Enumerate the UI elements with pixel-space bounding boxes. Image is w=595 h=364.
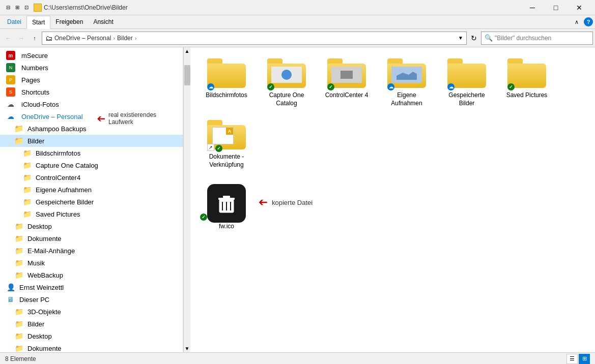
sidebar-item-user[interactable]: 👤 Ernst Weinzettl <box>0 281 183 293</box>
svg-rect-2 <box>223 196 230 198</box>
window-icons: ⊟ ⊞ ⊡ <box>4 4 31 12</box>
folder-icon-bildschirmfotos: 📁 <box>22 148 32 158</box>
up-button[interactable]: ↑ <box>29 32 41 44</box>
breadcrumb-onedrive[interactable]: OneDrive – Personal <box>54 35 111 42</box>
content-area: ☁ Bildschirmfotos ✓ <box>190 47 595 352</box>
titlebar-icon2: ⊞ <box>13 4 21 12</box>
file-item-fwico[interactable]: ✓ fw.ico <box>199 180 254 233</box>
breadcrumb-bilder[interactable]: Bilder <box>117 35 133 42</box>
sidebar-item-shortcuts[interactable]: S Shortcuts <box>0 86 183 98</box>
maximize-button[interactable]: □ <box>544 0 568 15</box>
folder-grid: ☁ Bildschirmfotos ✓ <box>199 53 587 172</box>
folder-icon-dokumente: 📁 <box>14 234 23 243</box>
sidebar-item-savedpictures[interactable]: 📁 Saved Pictures <box>0 208 183 220</box>
folder-item-bildschirmfotos[interactable]: ☁ Bildschirmfotos <box>199 53 254 103</box>
scroll-thumb[interactable] <box>184 65 190 85</box>
sidebar-label-eigene: Eigene Aufnahmen <box>36 186 92 194</box>
search-box[interactable]: 🔍 <box>481 32 593 45</box>
sidebar-label-dokumente2: Dokumente <box>27 345 61 352</box>
forward-button[interactable]: → <box>15 32 27 44</box>
sidebar-item-pc[interactable]: 🖥 Dieser PC <box>0 293 183 306</box>
minimize-button[interactable]: ─ <box>521 0 544 15</box>
scroll-down-btn[interactable]: ▼ <box>185 345 190 352</box>
sidebar-label-dokumente: Dokumente <box>27 235 61 242</box>
tab-ansicht[interactable]: Ansicht <box>88 15 118 28</box>
sidebar-item-3d[interactable]: 📁 3D-Objekte <box>0 306 183 318</box>
sidebar-item-eigene[interactable]: 📁 Eigene Aufnahmen <box>0 184 183 196</box>
view-list-button[interactable]: ☰ <box>566 354 578 364</box>
folder-item-gespeicherte[interactable]: ☁ Gespeicherte Bilder <box>439 53 495 111</box>
folder-thumb-cc <box>331 67 362 83</box>
folder-item-dokumente-link[interactable]: A ↗ ✓ Dokumente - Verknüpfung <box>199 115 254 172</box>
sidebar-item-ashampoo[interactable]: 📁 Ashampoo Backups <box>0 123 183 135</box>
refresh-button[interactable]: ↻ <box>468 32 480 44</box>
tab-start[interactable]: Start <box>26 16 50 29</box>
label-captureone: Capture One Catalog <box>261 92 312 107</box>
sidebar-item-dokumente2[interactable]: 📁 Dokumente <box>0 342 183 352</box>
scroll-up-btn[interactable]: ▲ <box>185 47 190 55</box>
folder-item-controlcenter[interactable]: ✓ ControlCenter 4 <box>319 53 375 103</box>
sidebar-label-webbackup: WebBackup <box>27 271 63 279</box>
sidebar-item-pages[interactable]: P Pages <box>0 74 183 86</box>
sidebar-item-captureone[interactable]: 📁 Capture One Catalog <box>0 159 183 171</box>
folder-icon-bilder: 📁 <box>14 136 23 145</box>
sidebar-label-msecure: mSecure <box>21 52 48 59</box>
folder-item-captureone[interactable]: ✓ Capture One Catalog <box>259 53 315 111</box>
sidebar-item-gespeicherte[interactable]: 📁 Gespeicherte Bilder <box>0 196 183 208</box>
folder-item-savedpictures[interactable]: ✓ Saved Pictures <box>499 53 555 103</box>
view-icons-button[interactable]: ⊞ <box>579 354 590 364</box>
folder-shape-gespeicherte <box>447 58 486 88</box>
title-bar: ⊟ ⊞ ⊡ C:\Users\ernst\OneDrive\Bilder ─ □… <box>0 0 595 15</box>
sidebar-item-bildschirmfotos[interactable]: 📁 Bildschirmfotos <box>0 147 183 159</box>
folder-icon-dokumente-link-large: A ↗ ✓ <box>206 118 247 151</box>
close-button[interactable]: ✕ <box>568 0 591 15</box>
folder-icon-captureone: 📁 <box>22 161 32 170</box>
titlebar-icon3: ⊡ <box>22 4 31 12</box>
sidebar-item-msecure[interactable]: m mSecure <box>0 49 183 62</box>
thumb-rect <box>341 71 353 79</box>
sidebar-item-onedrive[interactable]: ☁ OneDrive – Personal <box>0 110 183 123</box>
folder-icon-email: 📁 <box>14 246 23 255</box>
back-button[interactable]: ← <box>2 32 14 44</box>
sidebar-item-email[interactable]: 📁 E-Mail-Anhänge <box>0 245 183 257</box>
sidebar-label-user: Ernst Weinzettl <box>19 284 64 291</box>
title-path: C:\Users\ernst\OneDrive\Bilder <box>44 4 521 11</box>
folder-item-eigene[interactable]: ☁ Eigene Aufnahmen <box>379 53 435 111</box>
window-controls[interactable]: ─ □ ✕ <box>521 0 591 15</box>
sidebar-item-webbackup[interactable]: 📁 WebBackup <box>0 269 183 281</box>
sidebar-item-bilder[interactable]: 📁 Bilder <box>0 135 183 147</box>
onedrive-row-container: ☁ OneDrive – Personal ➔ real existierend… <box>0 110 183 123</box>
sidebar-item-desktop[interactable]: 📁 Desktop <box>0 220 183 232</box>
status-bar: 8 Elemente ☰ ⊞ <box>0 352 595 364</box>
folder-thumb-eigene <box>391 67 422 83</box>
sync-icon-fwico: ✓ <box>200 214 207 221</box>
sidebar-scrollbar[interactable]: ▲ ▼ <box>183 47 190 352</box>
folder-icon-eigene-large: ☁ <box>386 57 427 89</box>
sidebar-label-desktop: Desktop <box>27 223 52 230</box>
doc-thumb-a: A <box>226 128 233 135</box>
sync-icon-savedpictures: ✓ <box>507 83 515 90</box>
link-arrow-icon: ↗ <box>207 144 214 151</box>
folder-icon-3d: 📁 <box>14 307 23 316</box>
ribbon-expand-button[interactable]: ∧ <box>572 18 582 26</box>
sidebar-item-dokumente[interactable]: 📁 Dokumente <box>0 232 183 245</box>
tab-datei[interactable]: Datei <box>2 15 26 28</box>
search-input[interactable] <box>495 35 589 42</box>
tab-freigeben[interactable]: Freigeben <box>50 15 88 28</box>
folder-thumb-captureone <box>271 67 302 83</box>
address-box[interactable]: 🗂 OneDrive – Personal › Bilder › ▼ <box>42 32 467 45</box>
sidebar-item-numbers[interactable]: N Numbers <box>0 62 183 74</box>
sidebar-item-icloud[interactable]: ☁ iCloud-Fotos <box>0 98 183 110</box>
sidebar-item-controlcenter[interactable]: 📁 ControlCenter4 <box>0 171 183 184</box>
help-button[interactable]: ? <box>584 17 593 26</box>
address-dropdown-btn[interactable]: ▼ <box>458 35 463 41</box>
address-bar: ← → ↑ 🗂 OneDrive – Personal › Bilder › ▼… <box>0 29 595 47</box>
folder-shape-bildschirmfotos <box>207 58 246 88</box>
sidebar-item-bilder2[interactable]: 📁 Bilder <box>0 318 183 330</box>
sidebar-item-desktop2[interactable]: 📁 Desktop <box>0 330 183 342</box>
label-fwico: fw.ico <box>219 223 234 230</box>
folder-shape-captureone <box>267 58 306 88</box>
file-icon-fwico <box>207 184 246 223</box>
sidebar-label-controlcenter: ControlCenter4 <box>36 174 80 181</box>
sidebar-item-musik[interactable]: 📁 Musik <box>0 257 183 269</box>
